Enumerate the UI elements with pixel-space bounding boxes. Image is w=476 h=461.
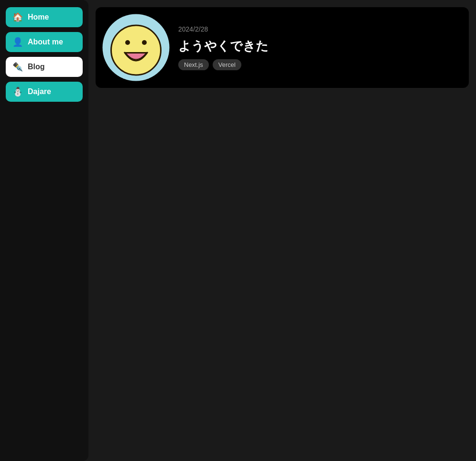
svg-point-1 — [111, 25, 161, 75]
svg-point-2 — [125, 40, 130, 45]
avatar — [101, 13, 171, 82]
blog-post-card[interactable]: 2024/2/28 ようやくできた Next.js Vercel — [96, 7, 469, 88]
sidebar-item-dajare[interactable]: ⛄ Dajare — [6, 82, 83, 102]
main-content: 2024/2/28 ようやくできた Next.js Vercel — [88, 0, 476, 461]
sidebar-item-label: Dajare — [28, 87, 51, 96]
post-title: ようやくできた — [178, 38, 463, 54]
sidebar-item-home[interactable]: 🏠 Home — [6, 7, 83, 27]
svg-point-3 — [142, 40, 147, 45]
card-content: 2024/2/28 ようやくできた Next.js Vercel — [178, 25, 463, 70]
home-icon: 🏠 — [12, 12, 23, 22]
tag-vercel: Vercel — [213, 59, 241, 70]
person-icon: 👤 — [12, 37, 23, 47]
sidebar-item-blog[interactable]: ✒️ Blog — [6, 57, 83, 77]
pen-icon: ✒️ — [12, 62, 23, 72]
sidebar-item-about[interactable]: 👤 About me — [6, 32, 83, 52]
post-date: 2024/2/28 — [178, 25, 463, 33]
tag-nextjs: Next.js — [178, 59, 209, 70]
sidebar-item-label: About me — [28, 38, 63, 46]
snowman-icon: ⛄ — [12, 86, 23, 97]
sidebar: 🏠 Home 👤 About me ✒️ Blog ⛄ Dajare — [0, 0, 88, 461]
sidebar-item-label: Home — [28, 13, 49, 21]
post-tags: Next.js Vercel — [178, 59, 463, 70]
sidebar-item-label: Blog — [28, 63, 45, 71]
